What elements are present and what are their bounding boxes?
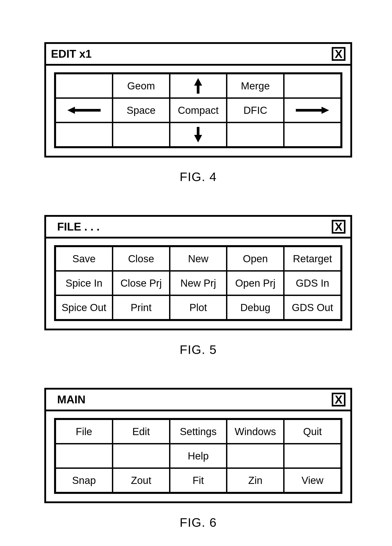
figure-caption: FIG. 6 <box>44 515 352 530</box>
cell-blank[interactable] <box>284 123 341 147</box>
cell-blank[interactable] <box>227 444 284 468</box>
cell-label: Settings <box>180 426 216 437</box>
cell-label: Close Prj <box>120 277 162 289</box>
close-icon: X <box>335 220 343 233</box>
cell-open-prj[interactable]: Open Prj <box>227 271 284 295</box>
cell-save[interactable]: Save <box>55 247 113 271</box>
arrow-up-icon <box>194 78 202 94</box>
cell-space[interactable]: Space <box>113 98 170 123</box>
cell-zin[interactable]: Zin <box>227 468 284 493</box>
cell-windows[interactable]: Windows <box>227 419 284 444</box>
cell-zout[interactable]: Zout <box>113 468 170 493</box>
cell-label: Quit <box>303 426 322 437</box>
cell-snap[interactable]: Snap <box>55 468 113 493</box>
cell-debug[interactable]: Debug <box>227 295 284 320</box>
page: EDIT x1 X Geom Merge Space Compact DFIC <box>0 0 392 546</box>
cell-label: Open Prj <box>235 277 276 289</box>
figure-6: MAIN X File Edit Settings Windows Quit H… <box>44 388 352 530</box>
arrow-right-icon <box>296 106 329 114</box>
window-title: EDIT x1 <box>51 47 92 60</box>
svg-marker-2 <box>296 107 329 114</box>
cell-geom[interactable]: Geom <box>113 74 170 98</box>
cell-label: Snap <box>72 474 96 486</box>
cell-label: GDS Out <box>292 301 333 313</box>
cell-label: Open <box>243 253 268 265</box>
cell-label: DFIC <box>244 104 267 116</box>
cell-label: Space <box>126 104 155 116</box>
cell-file[interactable]: File <box>55 419 113 444</box>
cell-gds-out[interactable]: GDS Out <box>284 295 341 320</box>
cell-label: Plot <box>190 301 207 313</box>
cell-label: New <box>188 253 208 265</box>
main-grid: File Edit Settings Windows Quit Help Sna… <box>54 418 342 494</box>
cell-label: Debug <box>240 301 271 313</box>
cell-label: Windows <box>235 426 276 437</box>
cell-close[interactable]: Close <box>113 247 170 271</box>
cell-label: Spice Out <box>62 301 106 313</box>
cell-quit[interactable]: Quit <box>284 419 341 444</box>
cell-label: Compact <box>178 104 219 116</box>
window-content: File Edit Settings Windows Quit Help Sna… <box>46 411 350 501</box>
close-button[interactable]: X <box>332 393 346 406</box>
cell-new-prj[interactable]: New Prj <box>170 271 227 295</box>
cell-merge[interactable]: Merge <box>227 74 284 98</box>
figure-caption: FIG. 5 <box>44 342 352 357</box>
cell-blank[interactable] <box>55 74 113 98</box>
cell-up-arrow[interactable] <box>170 74 227 98</box>
cell-label: New Prj <box>180 277 216 289</box>
cell-blank[interactable] <box>55 123 113 147</box>
svg-marker-1 <box>67 107 101 114</box>
cell-label: Merge <box>241 80 270 92</box>
cell-blank[interactable] <box>113 123 170 147</box>
cell-close-prj[interactable]: Close Prj <box>113 271 170 295</box>
cell-help[interactable]: Help <box>170 444 227 468</box>
edit-grid: Geom Merge Space Compact DFIC <box>54 72 342 148</box>
close-icon: X <box>335 47 343 61</box>
cell-gds-in[interactable]: GDS In <box>284 271 341 295</box>
cell-settings[interactable]: Settings <box>170 419 227 444</box>
cell-right-arrow[interactable] <box>284 98 341 123</box>
cell-print[interactable]: Print <box>113 295 170 320</box>
close-button[interactable]: X <box>332 220 346 234</box>
cell-open[interactable]: Open <box>227 247 284 271</box>
close-button[interactable]: X <box>332 47 346 61</box>
cell-spice-out[interactable]: Spice Out <box>55 295 113 320</box>
cell-label: Close <box>128 253 154 265</box>
figure-caption: FIG. 4 <box>44 169 352 184</box>
cell-compact[interactable]: Compact <box>170 98 227 123</box>
cell-label: Save <box>72 253 95 265</box>
cell-spice-in[interactable]: Spice In <box>55 271 113 295</box>
figure-5: FILE . . . X Save Close New Open Retarge… <box>44 215 352 357</box>
svg-marker-3 <box>194 127 202 143</box>
titlebar-main: MAIN X <box>46 390 350 411</box>
cell-left-arrow[interactable] <box>55 98 113 123</box>
cell-view[interactable]: View <box>284 468 341 493</box>
cell-label: Print <box>131 301 152 313</box>
cell-new[interactable]: New <box>170 247 227 271</box>
titlebar-file: FILE . . . X <box>46 217 350 239</box>
cell-down-arrow[interactable] <box>170 123 227 147</box>
close-icon: X <box>335 393 343 406</box>
cell-blank[interactable] <box>284 74 341 98</box>
window-title: MAIN <box>51 393 86 406</box>
cell-dfic[interactable]: DFIC <box>227 98 284 123</box>
cell-label: Help <box>188 450 209 462</box>
cell-blank[interactable] <box>227 123 284 147</box>
svg-marker-0 <box>194 78 202 94</box>
cell-fit[interactable]: Fit <box>170 468 227 493</box>
cell-retarget[interactable]: Retarget <box>284 247 341 271</box>
cell-blank[interactable] <box>55 444 113 468</box>
cell-edit[interactable]: Edit <box>113 419 170 444</box>
cell-label: Edit <box>132 426 150 437</box>
cell-label: Fit <box>193 474 204 486</box>
arrow-left-icon <box>67 106 101 114</box>
window-content: Geom Merge Space Compact DFIC <box>46 66 350 156</box>
cell-label: Spice In <box>66 277 102 289</box>
window-title: FILE . . . <box>51 220 100 233</box>
titlebar-edit: EDIT x1 X <box>46 44 350 66</box>
cell-blank[interactable] <box>284 444 341 468</box>
cell-label: Retarget <box>293 253 332 265</box>
cell-blank[interactable] <box>113 444 170 468</box>
cell-plot[interactable]: Plot <box>170 295 227 320</box>
figure-4: EDIT x1 X Geom Merge Space Compact DFIC <box>44 42 352 184</box>
